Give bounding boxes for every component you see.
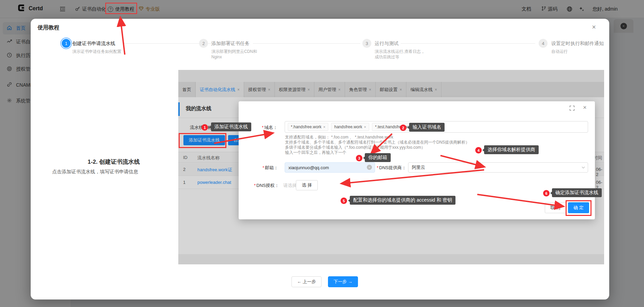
dns-provider-select[interactable]: 阿里云 [408, 162, 588, 173]
step-divider [253, 43, 360, 44]
modal-title: 使用教程 [38, 24, 59, 31]
note-title: 1-2. 创建证书流水线 [88, 158, 140, 166]
tag-remove-icon[interactable]: × [415, 125, 417, 129]
tutorial-demo-screenshot: 首页 证书自动化流水线× 授权管理× 权限资源管理× 用户管理× 角色管理× 邮… [178, 70, 604, 264]
domain-tags-input[interactable]: *.handsfree.work× handsfree.work× *.test… [285, 121, 588, 133]
email-label: *邮箱： [263, 165, 278, 171]
dns-provider-label: *DNS提供商： [377, 165, 406, 171]
chevron-down-icon [581, 165, 585, 171]
step-divider [401, 43, 535, 44]
step-1-title: 创建证书申请流水线 [72, 41, 115, 47]
step-2-circle: 2 [199, 39, 208, 48]
tag-remove-icon[interactable]: × [323, 125, 325, 129]
dns-auth-label: *DNS授权： [254, 182, 279, 189]
choose-dns-auth-button[interactable]: 选 择 [296, 180, 318, 190]
cancel-button[interactable]: 取 消 [545, 202, 566, 213]
step-4-circle: 4 [539, 39, 548, 48]
next-step-button[interactable]: 下一步 → [328, 276, 358, 287]
domain-label: *域名： [262, 125, 278, 131]
step-1-desc: 演示证书申请任务如何配置 [72, 49, 124, 54]
dialog-close-icon[interactable]: × [583, 104, 587, 111]
modal-close-icon[interactable]: × [589, 22, 599, 32]
domain-tag[interactable]: *.test.handsfree.work× [372, 123, 420, 131]
step-3-circle: 3 [362, 39, 371, 48]
confirm-button[interactable]: 确 定 [568, 202, 589, 213]
dns-auth-placeholder: 请选择 [283, 182, 297, 189]
app-root: Certd 证书自动化 ? 使用教程 专业版 文档 源码 您好, admin [0, 0, 644, 307]
clear-input-icon[interactable]: × [367, 165, 372, 170]
step-1-circle: 1 [62, 39, 71, 48]
tag-remove-icon[interactable]: × [364, 125, 366, 129]
add-pipeline-dialog: × *域名： *.handsfree.work× handsfree.work×… [239, 101, 595, 219]
email-input[interactable]: xiaojunnuo@qq.com [285, 162, 375, 173]
note-desc: 点击添加证书流水线，填写证书申请信息 [52, 169, 138, 175]
fullscreen-icon[interactable] [569, 105, 575, 112]
step-3-desc: 演示流水线运行,查看日志，成功后跳过等 [375, 49, 426, 60]
domain-tag[interactable]: *.handsfree.work× [288, 123, 328, 131]
domain-tag[interactable]: handsfree.work× [331, 123, 369, 131]
step-3-title: 运行与测试 [375, 41, 399, 47]
step-2-title: 添加部署证书任务 [211, 41, 250, 47]
prev-step-button[interactable]: ← 上一步 [291, 276, 321, 287]
step-4-desc: 自动运行 [551, 49, 603, 54]
domain-help-line: 输入一个回车之后，再输入下一个 [285, 150, 346, 156]
step-4-title: 设置定时执行和邮件通知 [551, 41, 604, 47]
step-2-desc: 演示部署到阿里云CDN和Nginx [211, 49, 263, 60]
tutorial-modal: 使用教程 × 1 创建证书申请流水线 演示证书申请任务如何配置 2 添加部署证书… [31, 19, 609, 299]
